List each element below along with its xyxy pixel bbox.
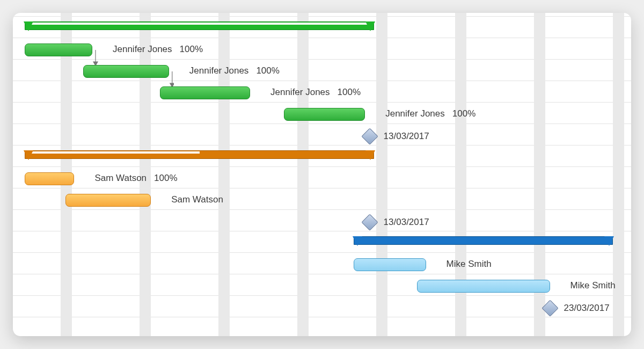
task-bar[interactable] [65,194,151,207]
summary-bar[interactable] [25,150,374,160]
task-bar[interactable] [160,86,250,99]
task-bar[interactable] [284,108,365,121]
task-label: Jennifer Jones100% [189,66,280,76]
assignee: Mike Smith [447,259,492,269]
summary-bar[interactable] [354,236,613,246]
summary-bar[interactable] [25,21,374,31]
task-bar[interactable] [25,43,92,56]
progress-pct: 100% [452,108,475,119]
assignee: Jennifer Jones [270,87,330,97]
gantt-chart: Jennifer Jones100%Jennifer Jones100%Jenn… [13,13,631,336]
task-label: Mike Smith [447,259,492,270]
progress-pct: 100% [338,87,361,97]
assignee: Jennifer Jones [113,44,172,54]
assignee: Sam Watson [94,173,147,183]
task-label: Jennifer Jones100% [385,108,475,119]
chart-rows: Jennifer Jones100%Jennifer Jones100%Jenn… [13,13,631,336]
assignee: Mike Smith [570,280,616,290]
task-bar[interactable] [83,65,169,78]
task-label: Sam Watson100% [94,173,177,184]
milestone-diamond[interactable] [361,214,378,230]
task-bar[interactable] [25,172,74,185]
milestone-diamond[interactable] [361,128,378,144]
milestone-label: 23/03/2017 [564,303,610,314]
task-label: Mike Smith [570,280,616,291]
progress-pct: 100% [256,66,279,76]
progress-pct: 100% [180,44,203,54]
task-bar[interactable] [354,258,426,271]
task-label: Jennifer Jones100% [270,87,361,98]
milestone-diamond[interactable] [541,300,558,316]
assignee: Jennifer Jones [385,108,445,119]
task-bar[interactable] [417,280,550,293]
progress-pct: 100% [154,173,177,183]
task-label: Sam Watson [171,194,223,205]
task-label: Jennifer Jones100% [113,44,203,55]
milestone-label: 13/03/2017 [384,217,429,228]
milestone-label: 13/03/2017 [384,131,429,142]
assignee: Sam Watson [171,194,223,205]
assignee: Jennifer Jones [189,66,249,76]
